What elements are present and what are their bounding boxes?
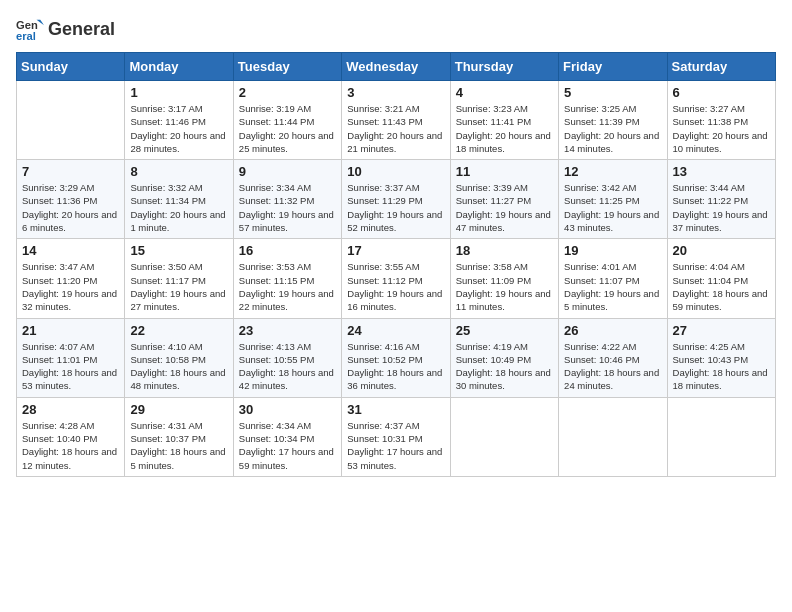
- week-row-2: 7Sunrise: 3:29 AMSunset: 11:36 PMDayligh…: [17, 160, 776, 239]
- calendar-cell: 26Sunrise: 4:22 AMSunset: 10:46 PMDaylig…: [559, 318, 667, 397]
- day-number: 28: [22, 402, 119, 417]
- day-number: 11: [456, 164, 553, 179]
- day-number: 10: [347, 164, 444, 179]
- calendar-cell: 6Sunrise: 3:27 AMSunset: 11:38 PMDayligh…: [667, 81, 775, 160]
- weekday-header-saturday: Saturday: [667, 53, 775, 81]
- week-row-1: 1Sunrise: 3:17 AMSunset: 11:46 PMDayligh…: [17, 81, 776, 160]
- day-number: 26: [564, 323, 661, 338]
- day-info: Sunrise: 3:58 AMSunset: 11:09 PMDaylight…: [456, 260, 553, 313]
- day-number: 30: [239, 402, 336, 417]
- day-number: 24: [347, 323, 444, 338]
- day-number: 20: [673, 243, 770, 258]
- day-number: 14: [22, 243, 119, 258]
- calendar-cell: 1Sunrise: 3:17 AMSunset: 11:46 PMDayligh…: [125, 81, 233, 160]
- day-info: Sunrise: 3:19 AMSunset: 11:44 PMDaylight…: [239, 102, 336, 155]
- day-number: 12: [564, 164, 661, 179]
- day-number: 21: [22, 323, 119, 338]
- day-info: Sunrise: 4:07 AMSunset: 11:01 PMDaylight…: [22, 340, 119, 393]
- calendar-cell: 17Sunrise: 3:55 AMSunset: 11:12 PMDaylig…: [342, 239, 450, 318]
- day-number: 25: [456, 323, 553, 338]
- weekday-header-row: SundayMondayTuesdayWednesdayThursdayFrid…: [17, 53, 776, 81]
- day-number: 9: [239, 164, 336, 179]
- week-row-5: 28Sunrise: 4:28 AMSunset: 10:40 PMDaylig…: [17, 397, 776, 476]
- day-info: Sunrise: 4:22 AMSunset: 10:46 PMDaylight…: [564, 340, 661, 393]
- day-info: Sunrise: 3:53 AMSunset: 11:15 PMDaylight…: [239, 260, 336, 313]
- svg-text:Gen: Gen: [16, 19, 38, 31]
- day-number: 13: [673, 164, 770, 179]
- calendar-cell: 29Sunrise: 4:31 AMSunset: 10:37 PMDaylig…: [125, 397, 233, 476]
- day-info: Sunrise: 3:29 AMSunset: 11:36 PMDaylight…: [22, 181, 119, 234]
- calendar-cell: [450, 397, 558, 476]
- calendar-cell: 8Sunrise: 3:32 AMSunset: 11:34 PMDayligh…: [125, 160, 233, 239]
- day-number: 5: [564, 85, 661, 100]
- day-info: Sunrise: 3:37 AMSunset: 11:29 PMDaylight…: [347, 181, 444, 234]
- calendar-cell: 24Sunrise: 4:16 AMSunset: 10:52 PMDaylig…: [342, 318, 450, 397]
- day-number: 31: [347, 402, 444, 417]
- calendar-cell: 13Sunrise: 3:44 AMSunset: 11:22 PMDaylig…: [667, 160, 775, 239]
- day-number: 2: [239, 85, 336, 100]
- calendar-table: SundayMondayTuesdayWednesdayThursdayFrid…: [16, 52, 776, 477]
- calendar-cell: 2Sunrise: 3:19 AMSunset: 11:44 PMDayligh…: [233, 81, 341, 160]
- calendar-cell: 10Sunrise: 3:37 AMSunset: 11:29 PMDaylig…: [342, 160, 450, 239]
- day-info: Sunrise: 3:34 AMSunset: 11:32 PMDaylight…: [239, 181, 336, 234]
- day-number: 19: [564, 243, 661, 258]
- day-number: 27: [673, 323, 770, 338]
- calendar-cell: 27Sunrise: 4:25 AMSunset: 10:43 PMDaylig…: [667, 318, 775, 397]
- day-number: 18: [456, 243, 553, 258]
- weekday-header-monday: Monday: [125, 53, 233, 81]
- day-info: Sunrise: 3:21 AMSunset: 11:43 PMDaylight…: [347, 102, 444, 155]
- day-info: Sunrise: 3:42 AMSunset: 11:25 PMDaylight…: [564, 181, 661, 234]
- day-number: 17: [347, 243, 444, 258]
- calendar-cell: [667, 397, 775, 476]
- weekday-header-thursday: Thursday: [450, 53, 558, 81]
- day-number: 29: [130, 402, 227, 417]
- day-info: Sunrise: 3:23 AMSunset: 11:41 PMDaylight…: [456, 102, 553, 155]
- calendar-cell: 28Sunrise: 4:28 AMSunset: 10:40 PMDaylig…: [17, 397, 125, 476]
- logo: Gen eral General: [16, 16, 115, 44]
- calendar-cell: 11Sunrise: 3:39 AMSunset: 11:27 PMDaylig…: [450, 160, 558, 239]
- day-info: Sunrise: 3:47 AMSunset: 11:20 PMDaylight…: [22, 260, 119, 313]
- day-info: Sunrise: 3:17 AMSunset: 11:46 PMDaylight…: [130, 102, 227, 155]
- day-number: 8: [130, 164, 227, 179]
- day-number: 7: [22, 164, 119, 179]
- day-info: Sunrise: 3:39 AMSunset: 11:27 PMDaylight…: [456, 181, 553, 234]
- calendar-cell: 3Sunrise: 3:21 AMSunset: 11:43 PMDayligh…: [342, 81, 450, 160]
- day-info: Sunrise: 3:25 AMSunset: 11:39 PMDaylight…: [564, 102, 661, 155]
- calendar-cell: 18Sunrise: 3:58 AMSunset: 11:09 PMDaylig…: [450, 239, 558, 318]
- day-number: 16: [239, 243, 336, 258]
- weekday-header-friday: Friday: [559, 53, 667, 81]
- calendar-cell: 12Sunrise: 3:42 AMSunset: 11:25 PMDaylig…: [559, 160, 667, 239]
- day-info: Sunrise: 3:27 AMSunset: 11:38 PMDaylight…: [673, 102, 770, 155]
- weekday-header-wednesday: Wednesday: [342, 53, 450, 81]
- day-info: Sunrise: 4:25 AMSunset: 10:43 PMDaylight…: [673, 340, 770, 393]
- calendar-cell: 7Sunrise: 3:29 AMSunset: 11:36 PMDayligh…: [17, 160, 125, 239]
- logo-text: General: [48, 20, 115, 40]
- calendar-cell: 5Sunrise: 3:25 AMSunset: 11:39 PMDayligh…: [559, 81, 667, 160]
- day-info: Sunrise: 4:34 AMSunset: 10:34 PMDaylight…: [239, 419, 336, 472]
- calendar-cell: 22Sunrise: 4:10 AMSunset: 10:58 PMDaylig…: [125, 318, 233, 397]
- day-info: Sunrise: 4:10 AMSunset: 10:58 PMDaylight…: [130, 340, 227, 393]
- weekday-header-tuesday: Tuesday: [233, 53, 341, 81]
- day-info: Sunrise: 4:31 AMSunset: 10:37 PMDaylight…: [130, 419, 227, 472]
- day-info: Sunrise: 3:50 AMSunset: 11:17 PMDaylight…: [130, 260, 227, 313]
- day-info: Sunrise: 4:19 AMSunset: 10:49 PMDaylight…: [456, 340, 553, 393]
- day-info: Sunrise: 3:55 AMSunset: 11:12 PMDaylight…: [347, 260, 444, 313]
- day-info: Sunrise: 4:04 AMSunset: 11:04 PMDaylight…: [673, 260, 770, 313]
- calendar-cell: 4Sunrise: 3:23 AMSunset: 11:41 PMDayligh…: [450, 81, 558, 160]
- day-info: Sunrise: 4:01 AMSunset: 11:07 PMDaylight…: [564, 260, 661, 313]
- calendar-cell: 31Sunrise: 4:37 AMSunset: 10:31 PMDaylig…: [342, 397, 450, 476]
- logo-icon: Gen eral: [16, 16, 44, 44]
- day-info: Sunrise: 4:16 AMSunset: 10:52 PMDaylight…: [347, 340, 444, 393]
- calendar-cell: 14Sunrise: 3:47 AMSunset: 11:20 PMDaylig…: [17, 239, 125, 318]
- day-number: 1: [130, 85, 227, 100]
- calendar-cell: 23Sunrise: 4:13 AMSunset: 10:55 PMDaylig…: [233, 318, 341, 397]
- page-header: Gen eral General: [16, 16, 776, 44]
- day-number: 4: [456, 85, 553, 100]
- day-number: 6: [673, 85, 770, 100]
- weekday-header-sunday: Sunday: [17, 53, 125, 81]
- calendar-cell: 20Sunrise: 4:04 AMSunset: 11:04 PMDaylig…: [667, 239, 775, 318]
- calendar-cell: 16Sunrise: 3:53 AMSunset: 11:15 PMDaylig…: [233, 239, 341, 318]
- calendar-cell: 21Sunrise: 4:07 AMSunset: 11:01 PMDaylig…: [17, 318, 125, 397]
- day-number: 15: [130, 243, 227, 258]
- day-info: Sunrise: 4:13 AMSunset: 10:55 PMDaylight…: [239, 340, 336, 393]
